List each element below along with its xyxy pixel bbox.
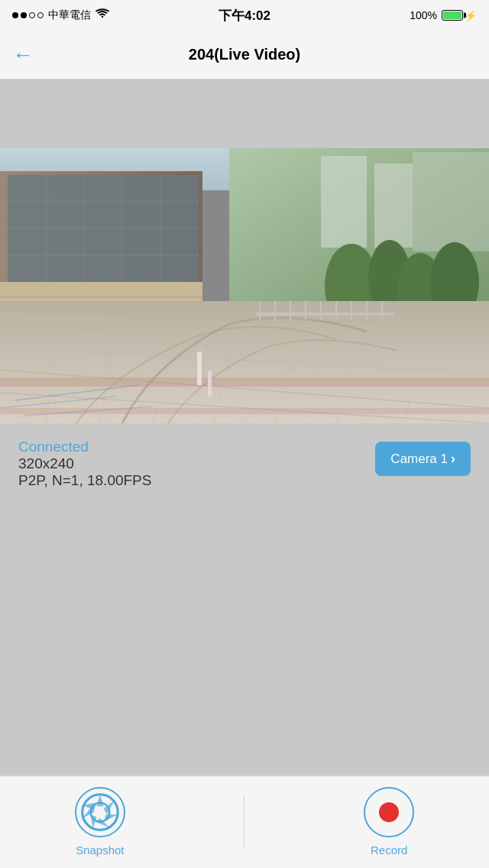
record-label: Record [371,844,407,857]
svg-rect-53 [256,313,393,316]
wifi-icon [96,8,109,22]
battery-percent: 100% [410,9,437,21]
camera-button-label: Camera 1 [390,452,448,467]
svg-rect-45 [0,408,489,414]
snapshot-icon-circle [75,787,125,837]
svg-rect-31 [0,301,489,423]
camera-chevron-icon: › [451,451,455,467]
record-dot-icon [379,802,399,822]
svg-rect-47 [208,370,212,397]
battery-fill [443,11,461,19]
svg-rect-44 [0,377,489,387]
video-feed[interactable]: 商店 [0,148,489,423]
connection-status: Connected [18,439,89,455]
tab-bar-divider [0,776,489,776]
video-resolution: 320x240 [18,455,74,471]
status-right: 100% ⚡ [410,9,477,21]
status-bar: 中華電信 下午4:02 100% ⚡ [0,0,489,31]
top-spacer [0,79,489,148]
record-tab[interactable]: Record [333,779,445,864]
signal-dot-2 [21,12,27,18]
svg-point-48 [196,346,203,352]
status-left: 中華電信 [12,8,109,22]
charging-bolt: ⚡ [465,10,477,21]
svg-rect-2 [321,156,367,248]
camera-select-button[interactable]: Camera 1 › [375,442,471,476]
signal-strength [12,12,44,18]
signal-dot-1 [12,12,18,18]
video-scene: 商店 [0,148,489,423]
carrier-name: 中華電信 [48,8,91,22]
signal-dot-3 [29,12,35,18]
stream-info: P2P, N=1, 18.00FPS [18,472,151,488]
battery-indicator: ⚡ [442,10,477,21]
back-arrow-icon: ← [12,44,34,66]
tab-bar: Snapshot Record [0,775,489,868]
signal-dot-4 [37,12,44,18]
svg-point-49 [206,366,212,371]
record-icon-circle [364,787,414,837]
back-button[interactable]: ← [12,44,34,66]
page-title: 204(Live Video) [189,46,300,63]
navigation-bar: ← 204(Live Video) [0,31,489,79]
tab-bar-separator [244,795,244,849]
svg-rect-3 [374,164,413,248]
snapshot-tab[interactable]: Snapshot [44,779,156,864]
info-panel: Connected 320x240 P2P, N=1, 18.00FPS Cam… [0,423,489,507]
status-time: 下午4:02 [219,7,270,24]
snapshot-label: Snapshot [76,844,124,857]
battery-icon [442,10,463,21]
snapshot-icon [76,789,124,836]
svg-rect-4 [413,152,489,251]
svg-rect-46 [197,351,202,385]
